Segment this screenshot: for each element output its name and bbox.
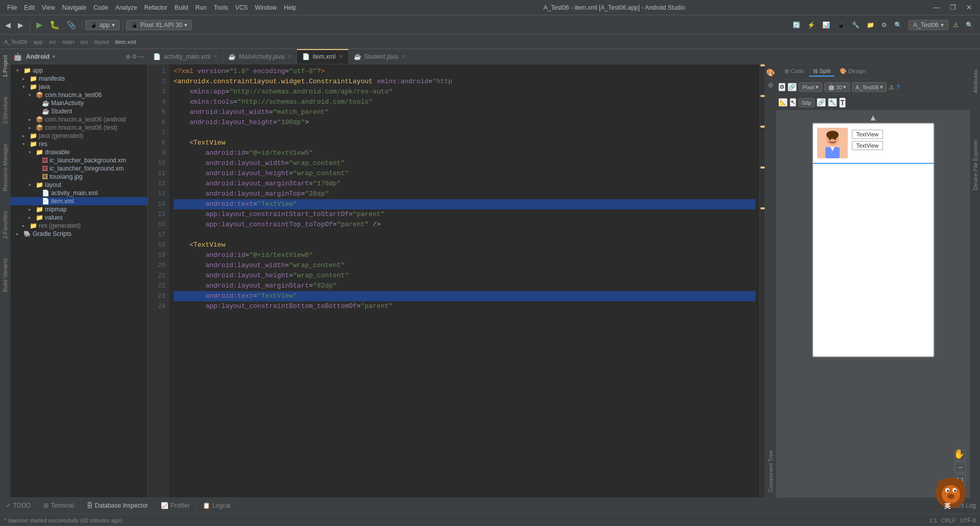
preview-constraint-button[interactable]: 🔗 bbox=[817, 98, 826, 107]
terminal-tab[interactable]: ⊞ Terminal bbox=[37, 498, 80, 513]
database-inspector-tab[interactable]: 🗄 Database Inspector bbox=[81, 498, 155, 513]
preview-zoom-field[interactable]: 0dp bbox=[798, 98, 815, 107]
debug-button[interactable]: 🐛 bbox=[46, 18, 63, 31]
sidebar-locate-button[interactable]: ⊕ bbox=[126, 53, 131, 60]
sidebar-collapse-button[interactable]: — bbox=[138, 53, 144, 60]
status-position[interactable]: 1:1 bbox=[929, 517, 937, 523]
avd-button[interactable]: 📱 bbox=[835, 20, 847, 30]
profile-button[interactable]: 📊 bbox=[820, 20, 832, 30]
tree-item-res[interactable]: ▾ 📁 res bbox=[10, 140, 148, 148]
tree-item-package[interactable]: ▾ 📦 com.hnucm.a_test06 bbox=[10, 91, 148, 99]
tab-mainactivity[interactable]: ☕ MainActivity.java ✕ bbox=[223, 49, 297, 64]
tree-item-drawable[interactable]: ▾ 📁 drawable bbox=[10, 148, 148, 156]
preview-toggle-button[interactable]: 🔗 bbox=[788, 83, 797, 91]
breadcrumb-part-2[interactable]: src bbox=[49, 39, 57, 45]
window-controls[interactable]: — ❐ ✕ bbox=[929, 3, 976, 12]
menu-help[interactable]: Help bbox=[281, 3, 300, 12]
preview-api-selector[interactable]: 🤖 30 ▾ bbox=[824, 82, 850, 92]
tree-item-res-generated[interactable]: ▸ 📁 res (generated) bbox=[10, 222, 148, 230]
tab-student[interactable]: ☕ Student.java ✕ bbox=[349, 49, 411, 64]
tree-item-ic-bg[interactable]: 🖼 ic_launcher_background.xm bbox=[10, 156, 148, 164]
favorites-tab[interactable]: 2:Favorites bbox=[1, 207, 9, 243]
tree-item-app[interactable]: ▾ 📁 app bbox=[10, 66, 148, 75]
device-file-button[interactable]: 📁 bbox=[864, 20, 877, 30]
structure-tab[interactable]: 2:Structure bbox=[1, 92, 9, 128]
menu-bar[interactable]: File Edit View Navigate Code Analyze Ref… bbox=[4, 3, 300, 12]
code-editor[interactable]: 12345 678910 1112131415 1617181920 21222… bbox=[148, 64, 760, 497]
maximize-button[interactable]: ❐ bbox=[946, 3, 960, 12]
tree-item-ic-fg[interactable]: 🖼 ic_launcher_foreground.xm bbox=[10, 164, 148, 173]
menu-edit[interactable]: Edit bbox=[21, 3, 38, 12]
palette-icon[interactable]: 🎨 bbox=[764, 66, 777, 79]
tab-activity-main[interactable]: 📄 activity_main.xml ✕ bbox=[148, 49, 223, 64]
tab-mainactivity-close[interactable]: ✕ bbox=[287, 54, 291, 59]
logcat-tab[interactable]: 📋 Logcat bbox=[197, 498, 237, 513]
warning-button[interactable]: ⚠ bbox=[950, 20, 961, 30]
tree-item-package-test[interactable]: ▸ 📦 com.hnucm.a_test06 (test) bbox=[10, 124, 148, 132]
sync-button[interactable]: 🔄 bbox=[790, 20, 803, 30]
build-variants-tab[interactable]: Build Variants bbox=[1, 254, 9, 296]
app-selector[interactable]: 📱 app ▾ bbox=[85, 20, 119, 30]
tree-item-values[interactable]: ▸ 📁 values bbox=[10, 213, 148, 222]
tree-item-java-generated[interactable]: ▸ 📁 java (generated) bbox=[10, 132, 148, 140]
breadcrumb-part-6[interactable]: item.xml bbox=[115, 39, 136, 45]
tree-item-mipmap[interactable]: ▸ 📁 mipmap bbox=[10, 205, 148, 213]
menu-vcs[interactable]: VCS bbox=[232, 3, 251, 12]
menu-run[interactable]: Run bbox=[192, 3, 210, 12]
menu-file[interactable]: File bbox=[4, 3, 20, 12]
tab-activity-main-close[interactable]: ✕ bbox=[213, 54, 217, 59]
tab-item-xml-close[interactable]: ✕ bbox=[339, 54, 343, 59]
sdk-manager-button[interactable]: 🔧 bbox=[849, 20, 862, 30]
breadcrumb-part-0[interactable]: A_Test06 bbox=[4, 39, 28, 45]
tree-item-layout[interactable]: ▾ 📁 layout bbox=[10, 181, 148, 189]
back-button[interactable]: ◀ bbox=[2, 19, 14, 31]
design-tab[interactable]: 🎨 Design bbox=[836, 67, 870, 77]
hand-tool[interactable]: ✋ bbox=[953, 448, 965, 460]
preview-text-button[interactable]: T bbox=[839, 98, 846, 108]
close-button[interactable]: ✕ bbox=[962, 3, 976, 12]
device-selector[interactable]: 📱 Pixel XL API 30 ▾ bbox=[126, 20, 192, 30]
preview-tools-button[interactable]: 🔧 bbox=[828, 98, 837, 107]
menu-window[interactable]: Window bbox=[252, 3, 280, 12]
tree-item-student[interactable]: ☕ Student bbox=[10, 107, 148, 115]
menu-view[interactable]: View bbox=[39, 3, 58, 12]
palette-toggle-icon[interactable]: ⊕ bbox=[766, 79, 776, 91]
attributes-label[interactable]: Attributes bbox=[971, 66, 979, 96]
device-file-explorer-label[interactable]: Device File Explorer bbox=[971, 137, 979, 193]
tree-item-touxiang[interactable]: 🖼 touxiang.jpg bbox=[10, 173, 148, 181]
preview-warning-icon[interactable]: ⚠ bbox=[889, 84, 894, 91]
menu-tools[interactable]: Tools bbox=[211, 3, 231, 12]
zoom-out-button[interactable]: − bbox=[954, 462, 966, 473]
status-encoding[interactable]: CRLF bbox=[941, 517, 956, 523]
tree-item-activity-main-xml[interactable]: 📄 activity_main.xml bbox=[10, 189, 148, 197]
menu-analyze[interactable]: Analyze bbox=[112, 3, 140, 12]
tab-item-xml[interactable]: 📄 item.xml ✕ bbox=[297, 49, 349, 64]
todo-tab[interactable]: ✓ TODO bbox=[0, 498, 37, 513]
tree-item-manifests[interactable]: ▸ 📁 manifests bbox=[10, 75, 148, 83]
build-config-selector[interactable]: A_Test06 ▾ bbox=[909, 20, 948, 30]
menu-navigate[interactable]: Navigate bbox=[59, 3, 89, 12]
minimize-button[interactable]: — bbox=[929, 3, 944, 12]
sidebar-settings-button[interactable]: ⚙ bbox=[132, 53, 137, 60]
tree-item-gradle[interactable]: ▸ 🐘 Gradle Scripts bbox=[10, 230, 148, 238]
code-tab[interactable]: ⊞ Code bbox=[780, 67, 808, 77]
menu-build[interactable]: Build bbox=[172, 3, 191, 12]
tab-student-close[interactable]: ✕ bbox=[401, 54, 405, 59]
breadcrumb-part-5[interactable]: layout bbox=[94, 39, 109, 45]
breadcrumb-part-3[interactable]: main bbox=[62, 39, 75, 45]
split-tab[interactable]: ⊟ Split bbox=[809, 67, 834, 77]
forward-button[interactable]: ▶ bbox=[15, 19, 27, 31]
preview-help-icon[interactable]: ? bbox=[896, 84, 900, 91]
layout-inspector-button[interactable]: 🔍 bbox=[892, 20, 904, 30]
project-tab[interactable]: 1:Project bbox=[1, 51, 9, 81]
preview-zoom-fit-button[interactable]: 📐 bbox=[778, 98, 788, 107]
search-button[interactable]: 🔍 bbox=[963, 20, 976, 30]
menu-refactor[interactable]: Refactor bbox=[141, 3, 170, 12]
run-button[interactable]: ▶ bbox=[33, 18, 45, 31]
breadcrumb-part-1[interactable]: app bbox=[34, 39, 43, 45]
tree-item-java[interactable]: ▾ 📁 java bbox=[10, 83, 148, 91]
sidebar-dropdown-arrow[interactable]: ▾ bbox=[53, 54, 55, 59]
tree-item-item-xml[interactable]: 📄 item.xml bbox=[10, 197, 148, 205]
settings-button[interactable]: ⚙ bbox=[879, 20, 890, 30]
breadcrumb-part-4[interactable]: res bbox=[80, 39, 88, 45]
